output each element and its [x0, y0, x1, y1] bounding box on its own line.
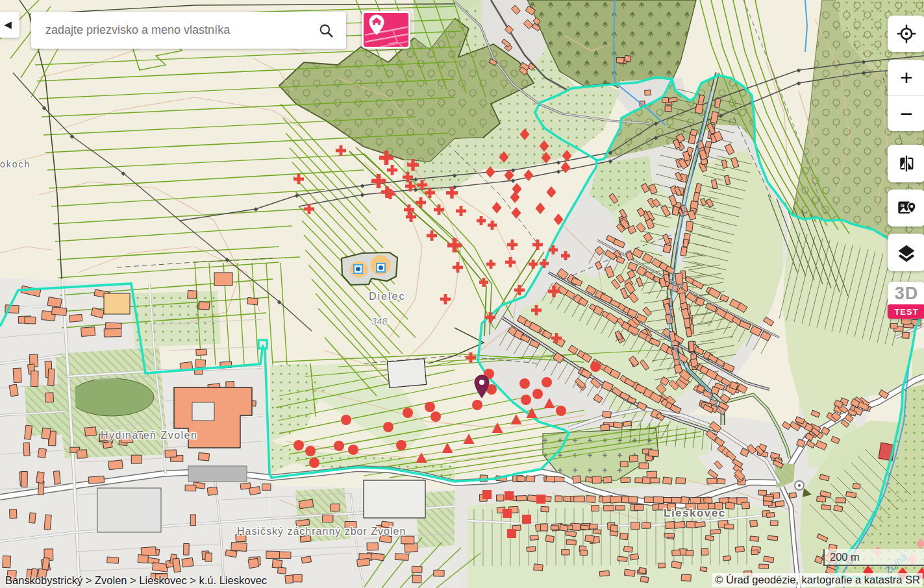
svg-text:Lieskovec: Lieskovec	[664, 507, 726, 519]
svg-text:Dielec: Dielec	[369, 291, 405, 302]
svg-text:Hasičský záchranný zbor Zvolen: Hasičský záchranný zbor Zvolen	[237, 526, 406, 537]
svg-text:okoch: okoch	[0, 159, 31, 169]
svg-text:G: G	[901, 202, 905, 208]
svg-text:Hydináreň Zvolen: Hydináreň Zvolen	[101, 430, 197, 441]
svg-text:348: 348	[371, 316, 388, 326]
